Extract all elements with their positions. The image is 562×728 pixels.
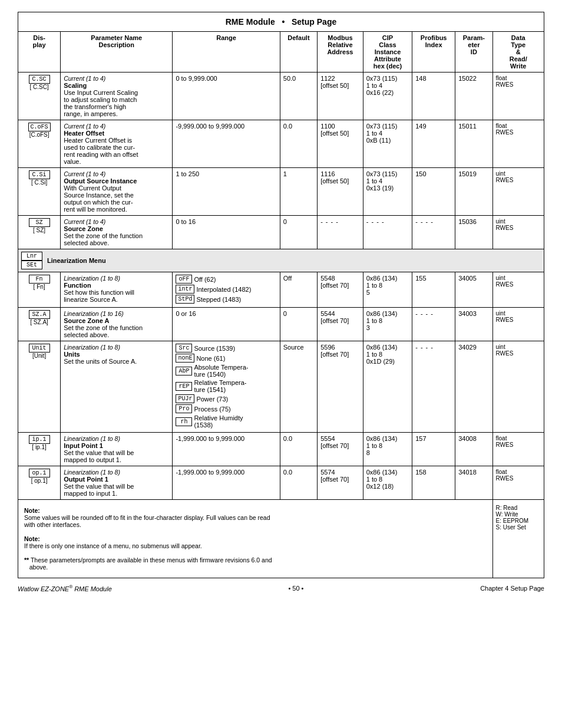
range-text: None (61) [196, 355, 225, 362]
display-box: op.1 [29, 469, 50, 477]
range-cell: Src Source (1539) nonE None (61) AbP Abs… [173, 341, 280, 433]
modbus-cell: 5544[offset 70] [318, 308, 363, 341]
display-cell: SZ [ SZ] [18, 216, 61, 249]
display-cell: C.SC [ C.SC] [18, 73, 61, 120]
col-profibus: ProfibusIndex [412, 32, 455, 73]
range-text: Power (73) [196, 396, 228, 403]
cip-cell: 0x73 (115)1 to 40x13 (19) [363, 168, 412, 216]
read-write-legend: R: ReadW: WriteE: EEPROMS: User Set [496, 505, 529, 531]
range-option: Pro Process (75) [176, 404, 276, 413]
range-box: Pro [176, 404, 192, 413]
range-box: nonE [176, 354, 194, 363]
subtitle-text: Setup Page [292, 17, 336, 27]
profibus-cell: - - - - [412, 216, 455, 249]
col-display: Dis-play [18, 32, 61, 73]
param-desc: Set the value that will bemapped to inpu… [64, 483, 134, 497]
param-id-cell: 34005 [455, 272, 492, 308]
profibus-cell: - - - - [412, 308, 455, 341]
param-desc: Use Input Current Scalingto adjust scali… [64, 89, 138, 117]
param-name: Input Point 1 [64, 442, 103, 449]
profibus-cell: 157 [412, 433, 455, 466]
title-row: RME Module • Setup Page [18, 12, 544, 32]
param-type: Linearization (1 to 8) [64, 275, 120, 282]
data-type-cell: uintRWES [492, 216, 544, 249]
note-2: Note: If there is only one instance of a… [24, 535, 487, 549]
display-box: C.Si [29, 170, 50, 179]
display-box: Unit [29, 344, 50, 353]
parameter-cell: Current (1 to 4) Scaling Use Input Curre… [61, 73, 173, 120]
display-label: [ ip.1] [21, 444, 57, 450]
footer-left: Watlow EZ-ZONE® RME Module [18, 584, 112, 592]
cip-cell: - - - - [363, 216, 412, 249]
range-option: oFF Off (62) [176, 275, 276, 284]
profibus-cell: 149 [412, 120, 455, 168]
col-cip: CIPClassInstanceAttributehex (dec) [363, 32, 412, 73]
profibus-cell: 150 [412, 168, 455, 216]
default-cell: Off [280, 272, 317, 308]
param-name: Source Zone A [64, 317, 109, 324]
range-text: Process (75) [194, 406, 230, 413]
display-box: ip.1 [29, 435, 50, 444]
param-desc: Heater Current Offset isused to calibrat… [64, 137, 138, 165]
parameter-cell: Current (1 to 4) Heater Offset Heater Cu… [61, 120, 173, 168]
param-desc: With Current OutputSource Instance, set … [64, 185, 134, 213]
default-cell: 0.0 [280, 466, 317, 500]
display-label: [C.oFS] [21, 131, 57, 138]
range-cell: -9,999.000 to 9,999.000 [173, 120, 280, 168]
range-cell: 0 or 16 [173, 308, 280, 341]
data-type-cell: uintRWES [492, 341, 544, 433]
modbus-cell: 5554[offset 70] [318, 433, 363, 466]
param-type: Linearization (1 to 16) [64, 310, 124, 317]
default-cell: 1 [280, 168, 317, 216]
parameter-cell: Linearization (1 to 16) Source Zone A Se… [61, 308, 173, 341]
profibus-cell: 155 [412, 272, 455, 308]
note-1: Note: Some values will be rounded off to… [24, 507, 487, 528]
param-type: Current (1 to 4) [64, 218, 105, 225]
display-label: [ op.1] [21, 477, 57, 484]
range-option: StPd Stepped (1483) [176, 295, 276, 304]
table-row: Unit [Unit] Linearization (1 to 8) Units… [18, 341, 544, 433]
display-cell: SZ.A [ SZ.A] [18, 308, 61, 341]
table-row: C.oFS [C.oFS] Current (1 to 4) Heater Of… [18, 120, 544, 168]
data-type-cell: floatRWES [492, 466, 544, 500]
default-cell: 0.0 [280, 433, 317, 466]
table-row: Fn [ Fn] Linearization (1 to 8) Function… [18, 272, 544, 308]
range-cell: oFF Off (62) intr Interpolated (1482) St… [173, 272, 280, 308]
section-header-cell: Lnr SEt Linearization Menu [18, 249, 544, 272]
cip-cell: 0x86 (134)1 to 88 [363, 433, 412, 466]
linearization-box2: SEt [21, 261, 42, 269]
col-default: Default [280, 32, 317, 73]
param-type: Current (1 to 4) [64, 123, 105, 130]
display-cell: C.Si [ C.Si] [18, 168, 61, 216]
display-box: SZ.A [29, 310, 50, 319]
modbus-cell: 1100[offset 50] [318, 120, 363, 168]
display-box: Fn [29, 275, 50, 284]
display-label: [Unit] [21, 353, 57, 359]
range-option: rEP Relative Tempera-ture (1541) [176, 379, 276, 393]
col-data-type: DataType&Read/Write [492, 32, 544, 73]
display-label: [ Fn] [21, 284, 57, 290]
display-cell: ip.1 [ ip.1] [18, 433, 61, 466]
footer-center: • 50 • [288, 585, 303, 592]
range-box: AbP [176, 367, 192, 375]
param-id-cell: 15011 [455, 120, 492, 168]
parameter-cell: Linearization (1 to 8) Output Point 1 Se… [61, 466, 173, 500]
param-id-cell: 15036 [455, 216, 492, 249]
cip-cell: 0x86 (134)1 to 80x12 (18) [363, 466, 412, 500]
default-cell: 0 [280, 308, 317, 341]
note-section: Note: Some values will be rounded off to… [21, 502, 490, 575]
parameter-cell: Linearization (1 to 8) Units Set the uni… [61, 341, 173, 433]
param-id-cell: 15022 [455, 73, 492, 120]
modbus-cell: 5548[offset 70] [318, 272, 363, 308]
range-option: intr Interpolated (1482) [176, 285, 276, 294]
data-type-cell: uintRWES [492, 272, 544, 308]
cip-cell: 0x86 (134)1 to 80x1D (29) [363, 341, 412, 433]
default-cell: 50.0 [280, 73, 317, 120]
col-param-id: Param-eterID [455, 32, 492, 73]
param-type: Linearization (1 to 8) [64, 469, 120, 476]
param-type: Linearization (1 to 8) [64, 435, 120, 442]
parameter-cell: Linearization (1 to 8) Input Point 1 Set… [61, 433, 173, 466]
note-3: ** These parameters/prompts are availabl… [24, 556, 487, 571]
parameter-cell: Current (1 to 4) Source Zone Set the zon… [61, 216, 173, 249]
table-row: C.SC [ C.SC] Current (1 to 4) Scaling Us… [18, 73, 544, 120]
